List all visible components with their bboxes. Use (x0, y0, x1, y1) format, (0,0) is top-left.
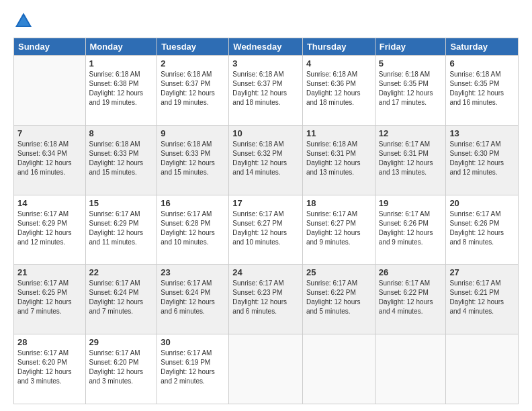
calendar-body: 1Sunrise: 6:18 AM Sunset: 6:38 PM Daylig… (14, 56, 519, 404)
day-info: Sunrise: 6:17 AM Sunset: 6:26 PM Dayligh… (379, 210, 443, 247)
calendar-cell: 5Sunrise: 6:18 AM Sunset: 6:35 PM Daylig… (375, 56, 446, 126)
weekday-header: Friday (375, 38, 446, 56)
day-number: 20 (449, 198, 515, 208)
calendar-cell: 25Sunrise: 6:17 AM Sunset: 6:22 PM Dayli… (302, 265, 375, 334)
calendar-cell: 19Sunrise: 6:17 AM Sunset: 6:26 PM Dayli… (375, 195, 446, 265)
day-number: 14 (17, 198, 82, 208)
day-number: 3 (232, 58, 299, 68)
calendar-cell: 10Sunrise: 6:18 AM Sunset: 6:32 PM Dayli… (229, 125, 303, 195)
day-number: 4 (306, 58, 371, 68)
calendar-cell: 16Sunrise: 6:17 AM Sunset: 6:28 PM Dayli… (157, 195, 229, 265)
day-number: 27 (449, 267, 515, 277)
calendar-cell: 17Sunrise: 6:17 AM Sunset: 6:27 PM Dayli… (229, 195, 303, 265)
day-info: Sunrise: 6:18 AM Sunset: 6:31 PM Dayligh… (306, 140, 371, 177)
day-number: 1 (89, 58, 154, 68)
calendar-cell: 2Sunrise: 6:18 AM Sunset: 6:37 PM Daylig… (157, 56, 229, 126)
day-info: Sunrise: 6:18 AM Sunset: 6:34 PM Dayligh… (17, 140, 82, 177)
day-number: 22 (89, 267, 154, 277)
day-number: 28 (17, 337, 82, 347)
day-info: Sunrise: 6:18 AM Sunset: 6:33 PM Dayligh… (161, 140, 225, 177)
day-info: Sunrise: 6:17 AM Sunset: 6:27 PM Dayligh… (232, 210, 299, 247)
day-info: Sunrise: 6:17 AM Sunset: 6:24 PM Dayligh… (161, 279, 225, 316)
calendar-cell: 18Sunrise: 6:17 AM Sunset: 6:27 PM Dayli… (302, 195, 375, 265)
day-info: Sunrise: 6:17 AM Sunset: 6:24 PM Dayligh… (89, 279, 154, 316)
day-info: Sunrise: 6:17 AM Sunset: 6:27 PM Dayligh… (306, 210, 371, 247)
day-info: Sunrise: 6:17 AM Sunset: 6:28 PM Dayligh… (161, 210, 225, 247)
calendar-table: SundayMondayTuesdayWednesdayThursdayFrid… (13, 38, 519, 404)
day-number: 21 (17, 267, 82, 277)
day-number: 16 (161, 198, 225, 208)
calendar-cell: 9Sunrise: 6:18 AM Sunset: 6:33 PM Daylig… (157, 125, 229, 195)
day-info: Sunrise: 6:18 AM Sunset: 6:36 PM Dayligh… (306, 70, 371, 107)
calendar-cell: 26Sunrise: 6:17 AM Sunset: 6:22 PM Dayli… (375, 265, 446, 334)
weekday-header: Saturday (446, 38, 519, 56)
weekday-header: Tuesday (157, 38, 229, 56)
day-info: Sunrise: 6:18 AM Sunset: 6:32 PM Dayligh… (232, 140, 299, 177)
day-info: Sunrise: 6:18 AM Sunset: 6:35 PM Dayligh… (379, 70, 443, 107)
day-number: 6 (449, 58, 515, 68)
day-info: Sunrise: 6:17 AM Sunset: 6:22 PM Dayligh… (306, 279, 371, 316)
calendar-cell: 3Sunrise: 6:18 AM Sunset: 6:37 PM Daylig… (229, 56, 303, 126)
day-info: Sunrise: 6:17 AM Sunset: 6:19 PM Dayligh… (161, 349, 225, 386)
day-info: Sunrise: 6:18 AM Sunset: 6:35 PM Dayligh… (449, 70, 515, 107)
day-number: 5 (379, 58, 443, 68)
calendar-cell (302, 334, 375, 404)
day-number: 26 (379, 267, 443, 277)
calendar-cell: 28Sunrise: 6:17 AM Sunset: 6:20 PM Dayli… (14, 334, 86, 404)
calendar-cell (375, 334, 446, 404)
calendar-week-row: 14Sunrise: 6:17 AM Sunset: 6:29 PM Dayli… (14, 195, 519, 265)
day-number: 18 (306, 198, 371, 208)
day-number: 13 (449, 128, 515, 138)
weekday-header: Wednesday (229, 38, 303, 56)
day-number: 19 (379, 198, 443, 208)
day-info: Sunrise: 6:17 AM Sunset: 6:29 PM Dayligh… (17, 210, 82, 247)
calendar-cell: 30Sunrise: 6:17 AM Sunset: 6:19 PM Dayli… (157, 334, 229, 404)
day-info: Sunrise: 6:17 AM Sunset: 6:29 PM Dayligh… (89, 210, 154, 247)
weekday-header: Sunday (14, 38, 86, 56)
day-info: Sunrise: 6:17 AM Sunset: 6:21 PM Dayligh… (449, 279, 515, 316)
day-info: Sunrise: 6:18 AM Sunset: 6:37 PM Dayligh… (161, 70, 225, 107)
day-info: Sunrise: 6:17 AM Sunset: 6:20 PM Dayligh… (89, 349, 154, 386)
day-info: Sunrise: 6:17 AM Sunset: 6:22 PM Dayligh… (379, 279, 443, 316)
calendar-cell: 4Sunrise: 6:18 AM Sunset: 6:36 PM Daylig… (302, 56, 375, 126)
calendar-cell: 1Sunrise: 6:18 AM Sunset: 6:38 PM Daylig… (85, 56, 157, 126)
day-number: 17 (232, 198, 299, 208)
calendar-cell: 8Sunrise: 6:18 AM Sunset: 6:33 PM Daylig… (85, 125, 157, 195)
calendar-cell (229, 334, 303, 404)
logo-icon (13, 11, 34, 31)
calendar-week-row: 7Sunrise: 6:18 AM Sunset: 6:34 PM Daylig… (14, 125, 519, 195)
logo (13, 11, 36, 31)
day-number: 8 (89, 128, 154, 138)
day-info: Sunrise: 6:17 AM Sunset: 6:25 PM Dayligh… (17, 279, 82, 316)
calendar-cell: 13Sunrise: 6:17 AM Sunset: 6:30 PM Dayli… (446, 125, 519, 195)
calendar-cell: 21Sunrise: 6:17 AM Sunset: 6:25 PM Dayli… (14, 265, 86, 334)
calendar-cell: 23Sunrise: 6:17 AM Sunset: 6:24 PM Dayli… (157, 265, 229, 334)
calendar-week-row: 21Sunrise: 6:17 AM Sunset: 6:25 PM Dayli… (14, 265, 519, 334)
calendar-cell: 7Sunrise: 6:18 AM Sunset: 6:34 PM Daylig… (14, 125, 86, 195)
calendar-cell: 6Sunrise: 6:18 AM Sunset: 6:35 PM Daylig… (446, 56, 519, 126)
day-number: 11 (306, 128, 371, 138)
calendar-cell: 22Sunrise: 6:17 AM Sunset: 6:24 PM Dayli… (85, 265, 157, 334)
day-number: 25 (306, 267, 371, 277)
day-number: 12 (379, 128, 443, 138)
day-number: 9 (161, 128, 225, 138)
calendar-cell: 27Sunrise: 6:17 AM Sunset: 6:21 PM Dayli… (446, 265, 519, 334)
weekday-header: Monday (85, 38, 157, 56)
calendar-week-row: 1Sunrise: 6:18 AM Sunset: 6:38 PM Daylig… (14, 56, 519, 126)
calendar-header-row: SundayMondayTuesdayWednesdayThursdayFrid… (14, 38, 519, 56)
calendar-cell (14, 56, 86, 126)
day-info: Sunrise: 6:17 AM Sunset: 6:23 PM Dayligh… (232, 279, 299, 316)
calendar-cell: 24Sunrise: 6:17 AM Sunset: 6:23 PM Dayli… (229, 265, 303, 334)
day-number: 2 (161, 58, 225, 68)
day-info: Sunrise: 6:18 AM Sunset: 6:38 PM Dayligh… (89, 70, 154, 107)
day-info: Sunrise: 6:17 AM Sunset: 6:26 PM Dayligh… (449, 210, 515, 247)
day-info: Sunrise: 6:17 AM Sunset: 6:20 PM Dayligh… (17, 349, 82, 386)
calendar-cell: 14Sunrise: 6:17 AM Sunset: 6:29 PM Dayli… (14, 195, 86, 265)
day-number: 29 (89, 337, 154, 347)
day-number: 15 (89, 198, 154, 208)
day-number: 24 (232, 267, 299, 277)
calendar-cell: 11Sunrise: 6:18 AM Sunset: 6:31 PM Dayli… (302, 125, 375, 195)
day-number: 10 (232, 128, 299, 138)
calendar-week-row: 28Sunrise: 6:17 AM Sunset: 6:20 PM Dayli… (14, 334, 519, 404)
page: SundayMondayTuesdayWednesdayThursdayFrid… (0, 0, 532, 411)
